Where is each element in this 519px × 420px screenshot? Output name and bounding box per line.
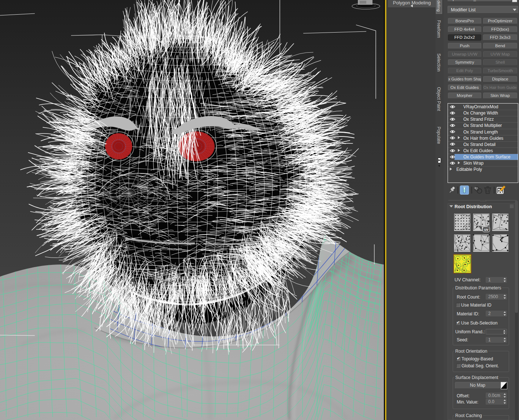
svg-text:uv: uv <box>484 228 489 232</box>
